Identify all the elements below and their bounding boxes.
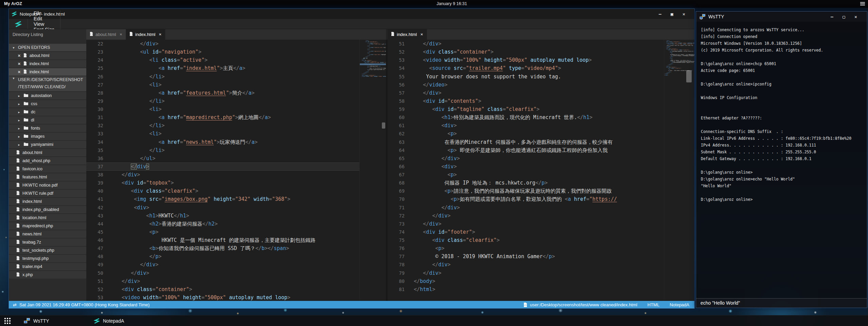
code-line-43[interactable]: 43 <h1>HKWTC</h1> <box>86 212 359 220</box>
code-line-37[interactable]: 37 </div> <box>86 162 359 171</box>
tree-file-hkwtc-notice-pdf[interactable]: HKWTC notice.pdf <box>9 181 86 189</box>
code-line-40[interactable]: 40 <div class="clearfix"> <box>86 187 359 195</box>
code-line-53[interactable]: 53 <video width="100%" height="500px" au… <box>388 56 664 64</box>
code-line-60[interactable]: 60 <h1>特別為建築及鐵路而設，現代化的 Minecraft 世界.</h1… <box>388 113 664 121</box>
close-button[interactable]: ✕ <box>853 14 858 19</box>
tab-close-icon[interactable]: ✕ <box>120 33 122 36</box>
code-line-51[interactable]: 51 </div> <box>86 277 359 285</box>
code-line-44[interactable]: 44 <h2>香港的建築伺服器</h2> <box>86 220 359 228</box>
code-line-55[interactable]: 55 Your browser does not support the vid… <box>388 73 664 81</box>
terminal-output[interactable]: [info] Conencting to arozos WsTTY servic… <box>696 22 867 298</box>
notepada-titlebar[interactable]: NotepadA - index.html – ▣ ✕ <box>9 9 694 19</box>
editor-pane-right[interactable]: 51 </div>52 <div class="container">53 <v… <box>388 40 694 301</box>
code-line-32[interactable]: 32 </li> <box>86 121 359 130</box>
tree-folder-fonts[interactable]: ▸fonts <box>9 124 86 132</box>
code-line-70[interactable]: 70 <p>如有問題或需要申請白名單，歡迎加入我們的 <a href="http… <box>388 195 664 203</box>
code-line-80[interactable]: 80</body> <box>388 277 664 285</box>
code-line-71[interactable]: 71 </div> <box>388 204 664 212</box>
minimize-button[interactable]: – <box>658 12 662 17</box>
close-icon[interactable]: ✕ <box>18 62 21 66</box>
code-line-65[interactable]: 65 </div> <box>388 154 664 162</box>
code-line-64[interactable]: 64 <p> 即使你不是建築師，你也能透過紅石師或鐵路工程師的身份加入我 <box>388 146 664 154</box>
taskbar-item-notepada[interactable]: NotepadA <box>94 315 124 326</box>
status-language[interactable]: HTML <box>648 302 659 307</box>
code-line-45[interactable]: 45 <p> <box>86 228 359 236</box>
tab-index-html[interactable]: index.html✕ <box>126 29 165 40</box>
tab-about-html[interactable]: about.html✕ <box>86 29 126 40</box>
code-line-56[interactable]: 56 </video> <box>388 81 664 89</box>
code-line-31[interactable]: 31 <a href="mapredirect.php">網上地圖</a> <box>86 113 359 121</box>
minimap-left[interactable]: </div> <ul id="navigation"> <li class="a… <box>359 40 386 301</box>
tree-file-teabag-7z[interactable]: teabag.7z <box>9 238 86 246</box>
code-line-49[interactable]: 49 </div> <box>86 261 359 269</box>
tree-folder-autostation[interactable]: ▸autostation <box>9 92 86 99</box>
open-editor-index-html[interactable]: ✕index.html <box>9 68 86 76</box>
code-line-67[interactable]: 67 <p> <box>388 171 664 179</box>
workspace-root-header[interactable]: ▾USER:/DESKTOP/SCREENSHOT/TEST/WWW CLEAN… <box>9 76 86 91</box>
notepada-logo-icon[interactable] <box>9 19 28 29</box>
code-line-50[interactable]: 50 </div> <box>86 269 359 277</box>
code-line-78[interactable]: 78 </div> <box>388 261 664 269</box>
open-editor-about-html[interactable]: ✕about.html <box>9 52 86 59</box>
tree-folder-dc[interactable]: ▸dc <box>9 108 86 116</box>
wstty-titlebar[interactable]: WsTTY – ▢ ✕ <box>696 12 867 22</box>
code-line-52[interactable]: 52 <div class="container"> <box>86 285 359 293</box>
code-line-34[interactable]: 34 <a href="news.html">玩家傳送門</a> <box>86 138 359 146</box>
code-line-29[interactable]: 29 </li> <box>86 97 359 105</box>
code-line-24[interactable]: 24 <li class="active"> <box>86 56 359 64</box>
code-line-62[interactable]: 62 <p> <box>388 130 664 138</box>
code-line-69[interactable]: 69 <p>請注意，我們的伺服器為確保玩家及遊玩時的質素，我們對的服器開啟 <box>388 187 664 195</box>
code-line-72[interactable]: 72 </div> <box>388 212 664 220</box>
scrollbar-thumb-right[interactable] <box>686 70 692 82</box>
tree-file-mapredirect-php[interactable]: mapredirect.php <box>9 222 86 230</box>
close-button[interactable]: ✕ <box>681 12 686 17</box>
close-icon[interactable]: ✕ <box>18 70 21 74</box>
code-line-79[interactable]: 79 </div> <box>388 269 664 277</box>
tree-file-features-html[interactable]: features.html <box>9 173 86 181</box>
tree-file-trailer-mp4[interactable]: trailer.mp4 <box>9 263 86 270</box>
code-line-53[interactable]: 53 <video width="100%" height="500px" au… <box>86 293 359 301</box>
tab-index-html[interactable]: index.html✕ <box>388 29 427 40</box>
code-line-36[interactable]: 36 </ul> <box>86 154 359 162</box>
terminal-input[interactable]: echo "Hello World" <box>696 298 867 308</box>
tree-file-news-html[interactable]: news.html <box>9 230 86 238</box>
tree-file-index-html[interactable]: index.html <box>9 198 86 205</box>
code-line-73[interactable]: 73 </div> <box>388 220 664 228</box>
tree-file-x-php[interactable]: x.php <box>9 271 86 279</box>
status-app[interactable]: NotepadA <box>670 302 689 307</box>
code-line-41[interactable]: 41 <img src="images/box.png" height="342… <box>86 195 359 203</box>
tree-file-location-html[interactable]: location.html <box>9 214 86 222</box>
code-line-54[interactable]: 54 <source src="trailer.mp4" type="video… <box>388 64 664 72</box>
code-line-26[interactable]: 26 </li> <box>86 73 359 81</box>
code-line-28[interactable]: 28 <a href="features.html">簡介</a> <box>86 89 359 97</box>
open-editors-header[interactable]: ▾OPEN EDITORS <box>9 44 86 51</box>
tree-file-index-php-disabled[interactable]: index.php_disabled <box>9 206 86 213</box>
app-launcher-icon[interactable] <box>4 318 11 324</box>
code-line-68[interactable]: 68 伺服器 IP 地址為： mcs.hkwtc.org</p> <box>388 179 664 187</box>
tree-file-test-sockets-php[interactable]: test_sockets.php <box>9 247 86 254</box>
code-line-61[interactable]: 61 <div> <box>388 121 664 130</box>
code-line-57[interactable]: 57 </div> <box>388 89 664 97</box>
tree-file-hkwtc-rule-pdf[interactable]: HKWTC rule.pdf <box>9 190 86 197</box>
code-line-39[interactable]: 39 <div id="topbox"> <box>86 179 359 187</box>
maximize-button[interactable]: ▢ <box>842 14 846 19</box>
taskbar-item-wstty[interactable]: WsTTY <box>24 315 49 326</box>
tree-file-favicon-ico[interactable]: favicon.ico <box>9 165 86 173</box>
code-line-25[interactable]: 25 <a href="index.html">主頁</a> <box>86 64 359 72</box>
code-line-58[interactable]: 58 <div id="contents"> <box>388 97 664 105</box>
tab-close-icon[interactable]: ✕ <box>420 33 423 36</box>
open-editor-index-html[interactable]: ✕index.html <box>9 60 86 68</box>
menu-item-file[interactable]: File <box>28 11 60 16</box>
tree-folder-dl[interactable]: ▸dl <box>9 116 86 124</box>
code-line-46[interactable]: 46 HKWTC 是一個 Minecraft 的建築伺服器，主要建築計劃包括鐵路 <box>86 236 359 244</box>
code-line-22[interactable]: 22 </div> <box>86 40 359 48</box>
code-line-76[interactable]: 76 <p> <box>388 244 664 252</box>
menu-item-view[interactable]: View <box>28 21 60 27</box>
code-line-33[interactable]: 33 <li> <box>86 130 359 138</box>
code-line-52[interactable]: 52 <div class="container"> <box>388 48 664 56</box>
close-icon[interactable]: ✕ <box>18 54 21 58</box>
editor-pane-left[interactable]: 22 </div>23 <ul id="navigation">24 <li c… <box>86 40 386 301</box>
tree-folder-images[interactable]: ▸images <box>9 133 86 140</box>
code-line-66[interactable]: 66 <div> <box>388 162 664 171</box>
code-line-30[interactable]: 30 <li> <box>86 105 359 113</box>
